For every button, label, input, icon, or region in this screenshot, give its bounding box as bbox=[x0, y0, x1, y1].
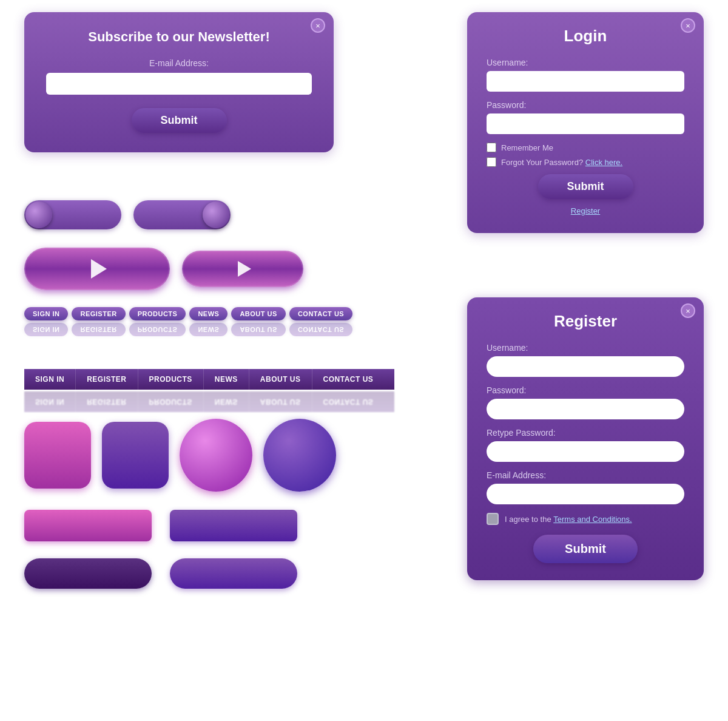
play-buttons-section bbox=[24, 248, 303, 290]
register-title: Register bbox=[487, 312, 684, 331]
register-username-label: Username: bbox=[487, 343, 684, 353]
newsletter-close-button[interactable]: × bbox=[311, 18, 325, 33]
click-here-link[interactable]: Click here. bbox=[585, 158, 622, 167]
remember-me-row: Remember Me bbox=[487, 143, 684, 152]
pill-nav-products[interactable]: PRODUCTS bbox=[129, 307, 186, 320]
bottom-pill-section bbox=[24, 558, 297, 589]
play-button-medium[interactable] bbox=[182, 251, 303, 287]
flat-nav-about-us[interactable]: ABOUT US bbox=[249, 369, 312, 390]
play-button-large[interactable] bbox=[24, 248, 170, 290]
play-icon-large bbox=[91, 259, 107, 279]
square-button-purple[interactable] bbox=[102, 422, 169, 489]
square-button-pink[interactable] bbox=[24, 422, 91, 489]
register-retype-input[interactable] bbox=[487, 441, 684, 462]
toggles-section bbox=[24, 200, 231, 229]
circle-button-pink[interactable] bbox=[180, 419, 252, 492]
play-icon-medium bbox=[238, 261, 251, 277]
register-email-label: E-mail Address: bbox=[487, 470, 684, 480]
agree-terms-row: I agree to the Terms and Conditions. bbox=[487, 513, 684, 525]
toggle-knob-1 bbox=[25, 201, 52, 228]
circle-button-purple[interactable] bbox=[263, 419, 336, 492]
newsletter-email-input[interactable] bbox=[46, 73, 312, 95]
agree-text: I agree to the bbox=[505, 515, 551, 524]
pill-nav-products-reflect: PRODUCTS bbox=[129, 323, 186, 336]
register-panel: × Register Username: Password: Retype Pa… bbox=[467, 297, 704, 580]
rect-button-pink[interactable] bbox=[24, 510, 152, 541]
bottom-pill-dark[interactable] bbox=[24, 558, 152, 589]
login-title: Login bbox=[487, 27, 684, 46]
toggle-switch-1[interactable] bbox=[24, 200, 121, 229]
flat-nav-contact-us[interactable]: CONTACT US bbox=[312, 369, 385, 390]
terms-link[interactable]: Terms and Conditions. bbox=[553, 515, 632, 524]
register-submit-button[interactable]: Submit bbox=[533, 535, 638, 563]
flat-nav-sign-in[interactable]: SIGN IN bbox=[24, 369, 76, 390]
flat-nav-section: SIGN IN REGISTER PRODUCTS NEWS ABOUT US … bbox=[24, 369, 394, 412]
newsletter-panel: × Subscribe to our Newsletter! E-mail Ad… bbox=[24, 12, 334, 152]
login-close-button[interactable]: × bbox=[681, 18, 695, 33]
register-password-label: Password: bbox=[487, 385, 684, 395]
pill-nav-news[interactable]: NEWS bbox=[189, 307, 228, 320]
pill-nav-row: SIGN IN REGISTER PRODUCTS NEWS ABOUT US … bbox=[24, 307, 352, 320]
username-label: Username: bbox=[487, 58, 684, 67]
bottom-pill-medium[interactable] bbox=[170, 558, 297, 589]
register-email-input[interactable] bbox=[487, 484, 684, 504]
pill-nav-sign-in-reflect: SIGN IN bbox=[24, 323, 68, 336]
login-panel: × Login Username: Password: Remember Me … bbox=[467, 12, 704, 233]
pill-nav-news-reflect: NEWS bbox=[189, 323, 228, 336]
register-retype-label: Retype Password: bbox=[487, 428, 684, 438]
password-label: Password: bbox=[487, 100, 684, 110]
flat-nav-bar: SIGN IN REGISTER PRODUCTS NEWS ABOUT US … bbox=[24, 369, 394, 390]
remember-me-checkbox[interactable] bbox=[487, 143, 496, 152]
forgot-password-checkbox[interactable] bbox=[487, 157, 496, 167]
shape-buttons-section bbox=[24, 419, 336, 492]
pill-nav-register[interactable]: REGISTER bbox=[72, 307, 125, 320]
login-username-input[interactable] bbox=[487, 71, 684, 92]
pill-nav-section: SIGN IN REGISTER PRODUCTS NEWS ABOUT US … bbox=[24, 307, 352, 336]
pill-nav-contact-us[interactable]: CONTACT US bbox=[289, 307, 352, 320]
pill-nav-contact-us-reflect: CONTACT US bbox=[289, 323, 352, 336]
pill-nav-about-us[interactable]: ABOUT US bbox=[231, 307, 285, 320]
forgot-password-label: Forgot Your Password? bbox=[501, 158, 583, 167]
newsletter-title: Subscribe to our Newsletter! bbox=[46, 29, 312, 45]
login-password-input[interactable] bbox=[487, 113, 684, 134]
pill-nav-register-reflect: REGISTER bbox=[72, 323, 125, 336]
toggle-switch-2[interactable] bbox=[133, 200, 231, 229]
newsletter-submit-button[interactable]: Submit bbox=[132, 108, 227, 133]
forgot-password-row: Forgot Your Password? Click here. bbox=[487, 157, 684, 167]
register-close-button[interactable]: × bbox=[681, 303, 695, 318]
agree-checkbox[interactable] bbox=[487, 513, 499, 525]
login-submit-button[interactable]: Submit bbox=[538, 174, 633, 199]
remember-me-label: Remember Me bbox=[501, 143, 553, 152]
flat-nav-news[interactable]: NEWS bbox=[204, 369, 249, 390]
newsletter-email-label: E-mail Address: bbox=[46, 58, 312, 68]
flat-nav-register[interactable]: REGISTER bbox=[76, 369, 138, 390]
rect-button-purple[interactable] bbox=[170, 510, 297, 541]
flat-nav-products[interactable]: PRODUCTS bbox=[138, 369, 204, 390]
pill-nav-about-us-reflect: ABOUT US bbox=[231, 323, 285, 336]
register-link[interactable]: Register bbox=[571, 206, 600, 215]
register-password-input[interactable] bbox=[487, 399, 684, 419]
toggle-knob-2 bbox=[203, 201, 229, 228]
flat-nav-reflection: SIGN IN REGISTER PRODUCTS NEWS ABOUT US … bbox=[24, 391, 394, 412]
register-username-input[interactable] bbox=[487, 356, 684, 377]
rect-buttons-section bbox=[24, 510, 297, 541]
pill-nav-reflection: SIGN IN REGISTER PRODUCTS NEWS ABOUT US … bbox=[24, 323, 352, 336]
pill-nav-sign-in[interactable]: SIGN IN bbox=[24, 307, 68, 320]
